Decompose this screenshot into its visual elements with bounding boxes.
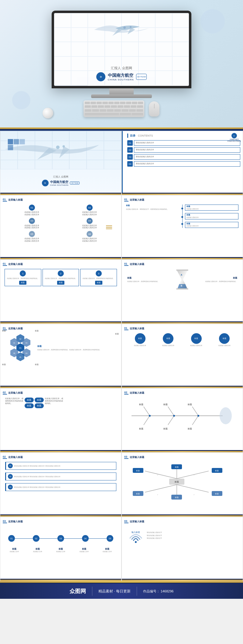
slide-4-line — [182, 205, 183, 228]
slide-2-logo: ✈ 中国南方航空 CHINA SOUTHERN — [227, 133, 241, 142]
slide-11-header: 02 这里输入标题 — [3, 455, 119, 459]
slide-3-header: 01 这里输入标题 — [3, 198, 119, 202]
wm-divider — [92, 587, 92, 596]
slide-3-gold — [0, 258, 121, 259]
slide-8-navy — [122, 386, 243, 387]
slide-7: 01 这里输入标题 01 02 03 04 05 — [0, 324, 122, 388]
svg-point-27 — [220, 407, 232, 424]
slide-7-header: 01 这里输入标题 — [3, 327, 119, 330]
contents-item-3: 03 请在此处输入您的文本 — [127, 154, 240, 160]
slide-1-en: CHINA SOUTHERN — [50, 184, 69, 186]
slide-6-header: 01 这里输入标题 — [124, 262, 240, 266]
slide-11-list: 01 请在此处输入您的文本 请在此处输入您的文本 请在此处输入您的文本 02 请… — [3, 461, 119, 493]
slide-14-gold — [122, 580, 243, 581]
slide-7-content: 01 02 03 04 05 06 01 标题 标题 标题 — [3, 332, 119, 364]
deco-circle-2 — [12, 91, 30, 109]
watermark-work-id: 作品编号： 1468296 — [143, 589, 174, 594]
svg-text:输入标签: 输入标签 — [132, 531, 140, 534]
svg-text:标题: 标题 — [136, 470, 140, 472]
slide-2-navy-stripe — [122, 193, 243, 194]
svg-text:标题: 标题 — [187, 428, 192, 430]
screen-report-text: 汇报人 众图网 — [111, 66, 132, 70]
slide-5: 01 这里输入标题 1 此处输入您的文本，或者将您的文本贴到此处。 标题 2 此… — [0, 259, 122, 324]
slide-2: ✈ 中国南方航空 CHINA SOUTHERN 目录 CONTENTS 01 请… — [122, 131, 243, 195]
slide-5-card-1: 1 此处输入您的文本，或者将您的文本贴到此处。 标题 — [5, 269, 41, 286]
keyboard — [84, 100, 144, 117]
airline-logo-icon: ✈ — [96, 72, 105, 81]
ci-bar-3: 请在此处输入您的文本 — [134, 154, 240, 160]
svg-text:标题: 标题 — [175, 497, 179, 498]
slide-14-content: 输入标签 请在此处输入您的文字 请在此处输入您的文字 请在此处输入您的文字 — [124, 525, 240, 546]
slide-7-gold — [0, 387, 121, 388]
slide-10-navy — [122, 450, 243, 451]
slide-8-header: 01 这里输入标题 — [124, 327, 240, 330]
screen-overlay: 汇报人 众图网 ✈ 中国南方航空 CHINA SOUTHERN SKYTEAM — [54, 13, 189, 86]
svg-text:标题: 标题 — [136, 493, 140, 495]
monitor-frame: 汇报人 众图网 ✈ 中国南方航空 CHINA SOUTHERN SKYTEAM — [52, 11, 191, 98]
slide-6-navy — [122, 321, 243, 322]
slide-12-header: 03 这里输入标题 — [124, 455, 240, 459]
wm-divider-2 — [137, 587, 137, 596]
slide-5-cards: 1 此处输入您的文本，或者将您的文本贴到此处。 标题 2 此处输入您的文本，或者… — [3, 268, 119, 287]
slide-6-hourglass: A B — [175, 269, 190, 290]
slide-2-header: 目录 CONTENTS — [127, 134, 240, 138]
svg-text:>: > — [193, 474, 195, 476]
slide-4-header: 01 这里输入标题 — [124, 198, 240, 202]
slide-3-item-3: 03 此处输入您的文本此处输入您的文本 — [4, 218, 60, 229]
slide-10-header: 02 这里输入标题 — [124, 391, 240, 395]
slide-13-navy — [0, 579, 121, 580]
svg-text:标题: 标题 — [163, 403, 168, 405]
slide-10: 02 这里输入标题 标题 标题 标题 — [122, 388, 243, 452]
slide-1-gold-stripe — [0, 194, 121, 195]
slide-3: 01 这里输入标题 01 此处输入您的文本此处输入您的文本 02 此处输入您的文… — [0, 195, 122, 259]
svg-text:标题: 标题 — [215, 493, 219, 495]
slide-12-navy — [122, 514, 243, 515]
slide-2-header-bar — [127, 134, 128, 138]
slide-12-content: 标题 标题 标题 标题 标题 标题 — [124, 461, 240, 504]
svg-rect-5 — [14, 139, 19, 144]
slide-5-card-2: 2 此处输入您的文本，或者将您的文本贴到此处。 标题 — [43, 269, 79, 286]
slide-13-header: 03 这里输入标题 — [3, 520, 119, 523]
watermark-slogan: 精品素材 · 每日更新 — [98, 589, 131, 594]
slide-14-header: 03 这里输入标题 — [124, 520, 240, 523]
slide-5-card-3: 3 此处输入您的文本，或者将您的文本贴到此处。 标题 — [80, 269, 117, 286]
slide-9-header: 02 这里输入标题 — [3, 391, 119, 395]
desk-ball — [43, 108, 53, 118]
skyteam-logo: SKYTEAM — [136, 74, 147, 80]
slide-1-report: 汇报人 众图网 — [53, 175, 68, 178]
monitor-stand — [109, 88, 134, 94]
ci-bar-1: 请在此处输入您的文本 — [134, 140, 240, 146]
slide-8-c4: 标题 此处输入您的文本 — [217, 333, 232, 347]
ci-num-4: 04 — [127, 161, 133, 167]
slides-grid: 汇报人 众图网 ✈ 中国南方航空 CHINA SOUTHERN SKYTEAM … — [0, 130, 243, 581]
svg-text:标题: 标题 — [139, 428, 143, 430]
airline-name-block: 中国南方航空 CHINA SOUTHERN — [108, 73, 134, 81]
ci-bar-4: 请在此处输入您的文本 — [134, 161, 240, 167]
keyboard-mouse-area — [84, 100, 159, 117]
slide-10-gold — [122, 451, 243, 452]
deco-circle-1 — [200, 9, 225, 33]
svg-rect-7 — [8, 145, 13, 150]
ci-bar-2: 请在此处输入您的文本 — [134, 147, 240, 153]
contents-item-1: 01 请在此处输入您的文本 — [127, 140, 240, 146]
slide-4-left: 标题 此处输入您的文本，请将您的文字，或者将您的文本粘贴到此。 — [126, 205, 180, 228]
slide-3-lines — [106, 225, 112, 229]
slide-1: 汇报人 众图网 ✈ 中国南方航空 CHINA SOUTHERN SKYTEAM — [0, 131, 122, 195]
svg-point-67 — [135, 541, 137, 543]
contents-item-4: 04 请在此处输入您的文本 — [127, 161, 240, 167]
slide-11-navy — [0, 514, 121, 515]
slide-11-gold — [0, 515, 121, 517]
slide-1-skyteam: SKYTEAM — [70, 181, 80, 185]
ci-num-2: 02 — [127, 147, 133, 153]
slide-3-item-6: 06 此处输入您的文本此处输入您的文本 — [62, 231, 118, 242]
slide-3-navy — [0, 257, 121, 258]
svg-line-31 — [144, 416, 150, 425]
slide-8-c2: 标题 此处输入您的文本 — [161, 333, 176, 347]
slide-6-gold — [122, 322, 243, 324]
slide-11-item-2: 02 请在此处输入您的文本 请在此处输入您的文本 请在此处输入您的文本 — [5, 473, 116, 480]
slide-14-items: 请在此处输入您的文字 请在此处输入您的文字 请在此处输入您的文字 — [147, 531, 238, 539]
svg-text:06: 06 — [13, 352, 15, 354]
svg-text:01: 01 — [19, 347, 22, 349]
slide-4-content: 标题 此处输入您的文本，请将您的文字，或者将您的文本粘贴到此。 标题 此处输入您… — [124, 203, 240, 229]
slide-13-timeline: 01 02 03 04 05 — [3, 525, 119, 554]
